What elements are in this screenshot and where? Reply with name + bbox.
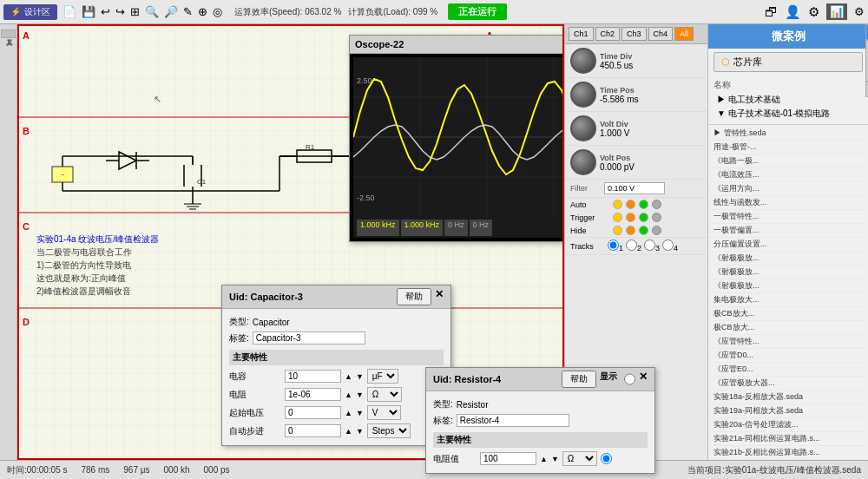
res-radio[interactable]	[601, 453, 612, 464]
list-item[interactable]: 线性与函数发...	[710, 196, 866, 210]
osc-win-header[interactable]: Oscope-22 ✕	[350, 36, 564, 54]
list-item[interactable]: 《运用方向...	[710, 182, 866, 196]
new-icon[interactable]: 📄	[61, 3, 78, 20]
cap-res-unit[interactable]: ΩkΩMΩ	[367, 387, 402, 402]
list-item[interactable]: 一极管偏置...	[710, 224, 866, 238]
auto-dot-gray[interactable]	[652, 200, 661, 209]
cap-volt-down[interactable]: ▼	[356, 409, 364, 417]
oscilloscope-window[interactable]: Oscope-22 ✕	[349, 35, 564, 242]
auto-dot-orange[interactable]	[626, 200, 635, 209]
cap-res-input[interactable]	[285, 388, 341, 401]
circle-icon[interactable]: ◎	[211, 3, 224, 20]
redo-icon[interactable]: ↪	[114, 3, 127, 20]
zoom-in-icon[interactable]: 🔍	[143, 3, 161, 20]
cap-volt-unit[interactable]: VmV	[367, 405, 401, 420]
list-item[interactable]: 极CB放大...	[710, 307, 866, 321]
list-item[interactable]: 《应管D0...	[710, 349, 866, 363]
ch3-btn[interactable]: Ch3	[621, 27, 647, 41]
res-dialog-header[interactable]: Uid: Resistor-4 帮助 显示 ✕	[426, 368, 654, 391]
time-pos-knob[interactable]	[570, 82, 596, 108]
undo-icon[interactable]: ↩	[99, 3, 112, 20]
ch1-btn[interactable]: Ch1	[569, 27, 594, 41]
trigger-dot-yellow[interactable]	[613, 213, 622, 222]
capacitor-dialog[interactable]: Uid: Capacitor-3 帮助 ✕ 类型: Capacitor 标签: …	[221, 285, 451, 446]
res-up-arrow[interactable]: ▲	[540, 455, 548, 463]
list-item[interactable]: 《应管E0...	[710, 363, 866, 377]
list-item[interactable]: 实验20a-信号处理滤波...	[710, 418, 866, 432]
add-icon[interactable]: ⊕	[196, 3, 209, 20]
res-res-input[interactable]	[480, 452, 536, 465]
trigger-dot-green[interactable]	[639, 213, 648, 222]
auto-dot-yellow[interactable]	[613, 200, 622, 209]
ch2-btn[interactable]: Ch2	[595, 27, 621, 41]
list-item[interactable]: 集电极放大...	[710, 293, 866, 307]
list-item[interactable]: 实验19a-同相放大器.seda	[710, 404, 866, 418]
cap-res-up[interactable]: ▲	[345, 390, 352, 399]
res-close-icon[interactable]: ✕	[639, 371, 648, 388]
list-item[interactable]: ▶ 管特性.seda	[710, 127, 866, 141]
cap-cap-input[interactable]	[285, 370, 341, 383]
volt-div-knob[interactable]	[570, 115, 596, 141]
zoom-out-icon[interactable]: 🔎	[162, 3, 180, 20]
trigger-dot-gray[interactable]	[652, 213, 661, 222]
trigger-dot-orange[interactable]	[626, 213, 635, 222]
cap-up-arrow[interactable]: ▲	[345, 372, 352, 381]
auto-dot-green[interactable]	[639, 200, 648, 209]
zoom-fit-icon[interactable]: ⊞	[128, 3, 141, 20]
cap-volt-input[interactable]	[285, 406, 341, 419]
save-icon[interactable]: 💾	[80, 3, 97, 20]
list-item[interactable]: 用途-极管-...	[710, 141, 866, 154]
cap-close-icon[interactable]: ✕	[435, 288, 444, 305]
tree-item-2[interactable]: ▼ 电子技术基础-01-模拟电路	[713, 107, 863, 121]
res-unit[interactable]: ΩkΩMΩ	[562, 451, 597, 466]
list-item[interactable]: 实验21a-同相比例运算电路.s...	[710, 432, 866, 446]
res-help-btn[interactable]: 帮助	[562, 371, 596, 388]
cap-volt-up[interactable]: ▲	[345, 409, 352, 417]
chip-lib-btn[interactable]: ⬡ 芯片库	[713, 52, 863, 72]
time-div-knob[interactable]	[570, 48, 596, 74]
tracks-radio-3[interactable]: 3	[644, 240, 660, 253]
hide-dot-gray[interactable]	[652, 226, 661, 235]
cap-help-btn[interactable]: 帮助	[397, 288, 431, 305]
gear2-icon[interactable]: ⚙	[854, 5, 865, 18]
tracks-radio-1[interactable]: 1	[608, 240, 623, 253]
list-item[interactable]: 《电流效压...	[710, 168, 866, 182]
list-item[interactable]: 极CB放大...	[710, 321, 866, 335]
cap-label-input[interactable]	[253, 331, 365, 344]
tracks-radio-2[interactable]: 2	[626, 240, 641, 253]
volt-pos-knob[interactable]	[570, 149, 596, 175]
component-list[interactable]: ▶ 管特性.seda用途-极管-...《电路一极...《电流效压...《运用方向…	[708, 125, 868, 460]
draw-icon[interactable]: ✎	[181, 3, 194, 20]
user-icon[interactable]: 👤	[785, 4, 801, 20]
hide-dot-green[interactable]	[639, 226, 648, 235]
ch4-btn[interactable]: Ch4	[648, 27, 674, 41]
cap-res-down[interactable]: ▼	[356, 390, 364, 399]
list-item[interactable]: 《射极极放...	[710, 279, 866, 293]
sidebar-tab-tools[interactable]: 工具	[1, 30, 16, 38]
res-label-input[interactable]	[457, 414, 569, 427]
settings-icon[interactable]: ⚙	[808, 4, 819, 20]
cap-down-arrow[interactable]: ▼	[356, 372, 364, 381]
list-item[interactable]: 分压偏置设置...	[710, 238, 866, 252]
resistor-dialog[interactable]: Uid: Resistor-4 帮助 显示 ✕ 类型: Resistor 标签:…	[425, 367, 655, 474]
tracks-radio-4[interactable]: 4	[662, 240, 678, 253]
cap-step-up[interactable]: ▲	[345, 427, 352, 436]
cap-step-unit[interactable]: Steps	[367, 423, 411, 438]
cap-dialog-header[interactable]: Uid: Capacitor-3 帮助 ✕	[222, 285, 450, 309]
filter-input[interactable]	[604, 182, 665, 194]
cap-step-input[interactable]	[285, 424, 341, 437]
res-show-checkbox[interactable]	[624, 371, 635, 388]
list-item[interactable]: 《应管极放大器...	[710, 377, 866, 390]
res-down-arrow[interactable]: ▼	[551, 455, 559, 463]
all-btn[interactable]: All	[674, 27, 694, 41]
tree-item-1[interactable]: ▶ 电工技术基础	[713, 93, 863, 107]
list-item[interactable]: 《电路一极...	[710, 154, 866, 168]
hide-dot-orange[interactable]	[626, 226, 635, 235]
cap-step-down[interactable]: ▼	[356, 427, 364, 436]
list-item[interactable]: 实验21b-反相比例运算电路.s...	[710, 446, 866, 460]
list-item[interactable]: 一极管特性...	[710, 210, 866, 224]
list-item[interactable]: 《射极极放...	[710, 252, 866, 266]
window-icon[interactable]: 🗗	[765, 4, 778, 19]
hide-dot-yellow[interactable]	[613, 226, 622, 235]
list-item[interactable]: 《射极极放...	[710, 266, 866, 279]
